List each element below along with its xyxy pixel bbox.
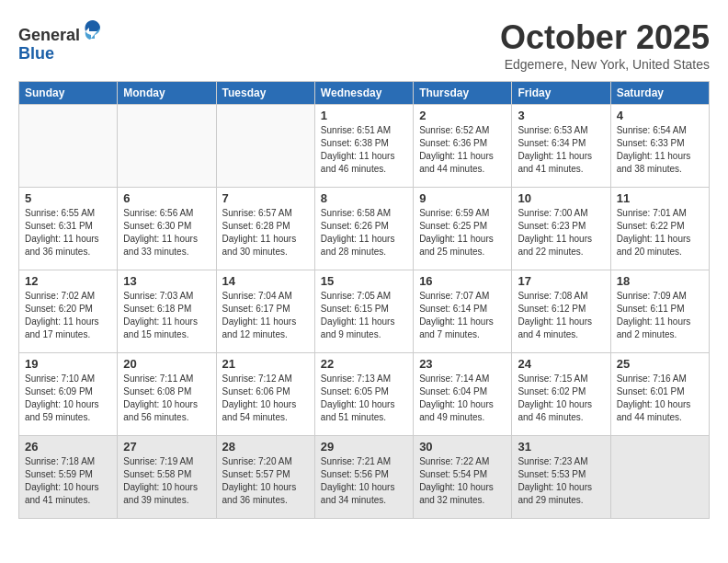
calendar-day-cell: 1Sunrise: 6:51 AM Sunset: 6:38 PM Daylig… — [314, 105, 413, 188]
calendar-day-cell: 4Sunrise: 6:54 AM Sunset: 6:33 PM Daylig… — [610, 105, 709, 188]
header-thursday: Thursday — [414, 82, 512, 105]
calendar-day-cell: 15Sunrise: 7:05 AM Sunset: 6:15 PM Dayli… — [314, 270, 413, 353]
calendar-day-cell: 25Sunrise: 7:16 AM Sunset: 6:01 PM Dayli… — [610, 353, 709, 436]
day-info: Sunrise: 6:52 AM Sunset: 6:36 PM Dayligh… — [419, 124, 506, 176]
header-wednesday: Wednesday — [314, 82, 413, 105]
day-number: 11 — [617, 191, 703, 205]
day-info: Sunrise: 7:11 AM Sunset: 6:08 PM Dayligh… — [123, 373, 210, 424]
day-number: 19 — [25, 357, 111, 371]
day-info: Sunrise: 6:56 AM Sunset: 6:30 PM Dayligh… — [123, 207, 210, 259]
day-info: Sunrise: 7:04 AM Sunset: 6:17 PM Dayligh… — [222, 290, 309, 341]
day-info: Sunrise: 7:10 AM Sunset: 6:09 PM Dayligh… — [25, 373, 111, 424]
day-number: 15 — [321, 274, 407, 288]
day-number: 4 — [617, 109, 703, 122]
day-number: 26 — [25, 440, 111, 454]
day-info: Sunrise: 6:54 AM Sunset: 6:33 PM Dayligh… — [617, 124, 703, 176]
calendar-day-cell — [216, 105, 314, 188]
calendar-day-cell: 17Sunrise: 7:08 AM Sunset: 6:12 PM Dayli… — [512, 270, 610, 353]
calendar-day-cell: 28Sunrise: 7:20 AM Sunset: 5:57 PM Dayli… — [216, 436, 314, 519]
day-info: Sunrise: 6:51 AM Sunset: 6:38 PM Dayligh… — [321, 124, 407, 176]
calendar-day-cell: 12Sunrise: 7:02 AM Sunset: 6:20 PM Dayli… — [19, 270, 118, 353]
calendar-day-cell: 9Sunrise: 6:59 AM Sunset: 6:25 PM Daylig… — [414, 188, 512, 270]
day-info: Sunrise: 7:09 AM Sunset: 6:11 PM Dayligh… — [617, 290, 703, 341]
day-info: Sunrise: 7:05 AM Sunset: 6:15 PM Dayligh… — [321, 290, 407, 341]
calendar-day-cell: 10Sunrise: 7:00 AM Sunset: 6:23 PM Dayli… — [512, 188, 610, 270]
day-number: 8 — [321, 191, 407, 205]
day-info: Sunrise: 6:53 AM Sunset: 6:34 PM Dayligh… — [518, 124, 604, 176]
calendar-day-cell: 19Sunrise: 7:10 AM Sunset: 6:09 PM Dayli… — [19, 353, 118, 436]
calendar-day-cell: 7Sunrise: 6:57 AM Sunset: 6:28 PM Daylig… — [216, 188, 314, 270]
day-number: 22 — [321, 357, 407, 371]
calendar-day-cell: 23Sunrise: 7:14 AM Sunset: 6:04 PM Dayli… — [414, 353, 512, 436]
day-number: 17 — [518, 274, 604, 288]
calendar-week-row: 12Sunrise: 7:02 AM Sunset: 6:20 PM Dayli… — [19, 270, 710, 353]
day-info: Sunrise: 7:03 AM Sunset: 6:18 PM Dayligh… — [123, 290, 210, 341]
logo-icon — [82, 18, 104, 40]
day-info: Sunrise: 6:55 AM Sunset: 6:31 PM Dayligh… — [25, 207, 111, 259]
month-title: October 2025 — [500, 18, 710, 57]
day-number: 2 — [419, 109, 506, 122]
day-number: 13 — [123, 274, 210, 288]
calendar-week-row: 26Sunrise: 7:18 AM Sunset: 5:59 PM Dayli… — [19, 436, 710, 519]
calendar-day-cell: 16Sunrise: 7:07 AM Sunset: 6:14 PM Dayli… — [414, 270, 512, 353]
day-info: Sunrise: 7:14 AM Sunset: 6:04 PM Dayligh… — [419, 373, 506, 424]
calendar-day-cell — [118, 105, 216, 188]
day-info: Sunrise: 7:01 AM Sunset: 6:22 PM Dayligh… — [617, 207, 703, 259]
day-number: 14 — [222, 274, 309, 288]
day-info: Sunrise: 7:08 AM Sunset: 6:12 PM Dayligh… — [518, 290, 604, 341]
calendar-day-cell: 18Sunrise: 7:09 AM Sunset: 6:11 PM Dayli… — [610, 270, 709, 353]
day-number: 28 — [222, 440, 309, 454]
day-number: 21 — [222, 357, 309, 371]
day-number: 20 — [123, 357, 210, 371]
calendar-day-cell: 27Sunrise: 7:19 AM Sunset: 5:58 PM Dayli… — [118, 436, 216, 519]
day-number: 5 — [25, 191, 111, 205]
calendar-day-cell: 24Sunrise: 7:15 AM Sunset: 6:02 PM Dayli… — [512, 353, 610, 436]
day-number: 31 — [518, 440, 604, 454]
day-number: 27 — [123, 440, 210, 454]
day-info: Sunrise: 7:07 AM Sunset: 6:14 PM Dayligh… — [419, 290, 506, 341]
calendar-day-cell: 6Sunrise: 6:56 AM Sunset: 6:30 PM Daylig… — [118, 188, 216, 270]
day-number: 3 — [518, 109, 604, 122]
calendar-day-cell: 31Sunrise: 7:23 AM Sunset: 5:53 PM Dayli… — [512, 436, 610, 519]
day-number: 23 — [419, 357, 506, 371]
calendar-table: Sunday Monday Tuesday Wednesday Thursday… — [18, 81, 710, 519]
calendar-day-cell — [19, 105, 118, 188]
day-info: Sunrise: 6:58 AM Sunset: 6:26 PM Dayligh… — [321, 207, 407, 259]
day-info: Sunrise: 7:00 AM Sunset: 6:23 PM Dayligh… — [518, 207, 604, 259]
calendar-day-cell: 5Sunrise: 6:55 AM Sunset: 6:31 PM Daylig… — [19, 188, 118, 270]
calendar-week-row: 19Sunrise: 7:10 AM Sunset: 6:09 PM Dayli… — [19, 353, 710, 436]
day-info: Sunrise: 7:19 AM Sunset: 5:58 PM Dayligh… — [123, 455, 210, 507]
day-number: 29 — [321, 440, 407, 454]
header-tuesday: Tuesday — [216, 82, 314, 105]
day-number: 1 — [321, 109, 407, 122]
day-info: Sunrise: 6:57 AM Sunset: 6:28 PM Dayligh… — [222, 207, 309, 259]
day-number: 10 — [518, 191, 604, 205]
day-info: Sunrise: 7:22 AM Sunset: 5:54 PM Dayligh… — [419, 455, 506, 507]
day-info: Sunrise: 7:15 AM Sunset: 6:02 PM Dayligh… — [518, 373, 604, 424]
location-text: Edgemere, New York, United States — [500, 57, 710, 72]
day-info: Sunrise: 6:59 AM Sunset: 6:25 PM Dayligh… — [419, 207, 506, 259]
day-info: Sunrise: 7:23 AM Sunset: 5:53 PM Dayligh… — [518, 455, 604, 507]
day-number: 7 — [222, 191, 309, 205]
logo-general-text: General — [18, 26, 80, 44]
calendar-day-cell: 8Sunrise: 6:58 AM Sunset: 6:26 PM Daylig… — [314, 188, 413, 270]
day-info: Sunrise: 7:20 AM Sunset: 5:57 PM Dayligh… — [222, 455, 309, 507]
day-info: Sunrise: 7:12 AM Sunset: 6:06 PM Dayligh… — [222, 373, 309, 424]
calendar-day-cell: 14Sunrise: 7:04 AM Sunset: 6:17 PM Dayli… — [216, 270, 314, 353]
header-sunday: Sunday — [19, 82, 118, 105]
page-header: General Blue October 2025 Edgemere, New … — [18, 18, 710, 72]
day-number: 24 — [518, 357, 604, 371]
calendar-day-cell: 29Sunrise: 7:21 AM Sunset: 5:56 PM Dayli… — [314, 436, 413, 519]
calendar-day-cell: 26Sunrise: 7:18 AM Sunset: 5:59 PM Dayli… — [19, 436, 118, 519]
calendar-day-cell: 3Sunrise: 6:53 AM Sunset: 6:34 PM Daylig… — [512, 105, 610, 188]
day-number: 9 — [419, 191, 506, 205]
calendar-day-cell: 21Sunrise: 7:12 AM Sunset: 6:06 PM Dayli… — [216, 353, 314, 436]
logo: General Blue — [18, 18, 104, 63]
calendar-day-cell: 13Sunrise: 7:03 AM Sunset: 6:18 PM Dayli… — [118, 270, 216, 353]
calendar-day-cell — [610, 436, 709, 519]
header-friday: Friday — [512, 82, 610, 105]
calendar-day-cell: 11Sunrise: 7:01 AM Sunset: 6:22 PM Dayli… — [610, 188, 709, 270]
day-number: 12 — [25, 274, 111, 288]
calendar-week-row: 1Sunrise: 6:51 AM Sunset: 6:38 PM Daylig… — [19, 105, 710, 188]
calendar-day-cell: 20Sunrise: 7:11 AM Sunset: 6:08 PM Dayli… — [118, 353, 216, 436]
